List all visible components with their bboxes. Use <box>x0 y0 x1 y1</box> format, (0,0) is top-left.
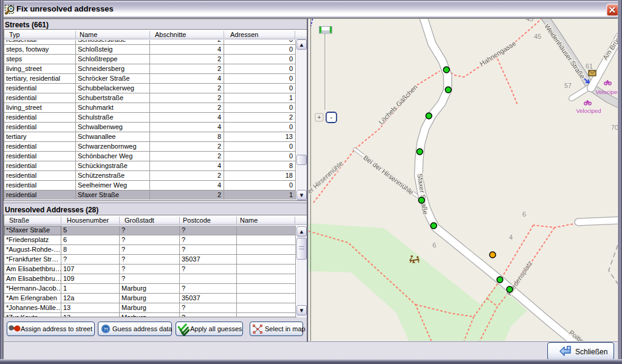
svg-text:45: 45 <box>526 19 533 22</box>
svg-text:45: 45 <box>534 33 541 40</box>
svg-text:61: 61 <box>586 62 593 70</box>
svg-text:6: 6 <box>432 241 436 249</box>
svg-text:6: 6 <box>522 211 526 218</box>
svg-text:Velociped: Velociped <box>595 89 618 95</box>
svg-text:+: + <box>318 114 321 121</box>
svg-text:57: 57 <box>564 82 572 89</box>
svg-text:Velociped: Velociped <box>576 107 601 114</box>
svg-text:4: 4 <box>509 234 513 241</box>
svg-text:-: - <box>330 113 333 121</box>
svg-text:70: 70 <box>611 124 618 131</box>
svg-text:?!: ?! <box>103 326 108 332</box>
